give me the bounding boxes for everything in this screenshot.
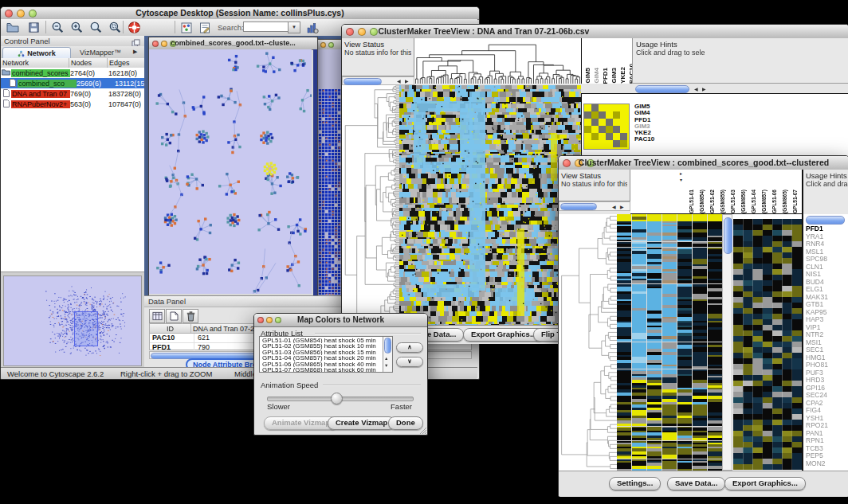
zoom-in-icon[interactable] [68,21,85,34]
new-attribute-icon[interactable] [166,309,182,323]
move-up-button[interactable]: ∧ [396,342,423,353]
matrix-cell[interactable] [606,104,613,111]
matrix-cell[interactable] [584,140,591,147]
matrix-cell[interactable] [606,119,613,126]
attribute-list-item[interactable]: GPL51-02 (GSM855) heat shock 10 min [260,343,392,349]
scroll-up-icon[interactable]: ▸ [680,170,682,177]
column-header-nodes[interactable]: Nodes [69,58,108,68]
network-list[interactable]: combined_scores2764(0)16218(0)combined_s… [1,68,144,272]
treeview1-zoom-scrollbar[interactable]: ◀ ▶ [632,84,736,93]
scrollbar-thumb[interactable] [560,203,597,210]
attribute-list-item[interactable]: GPL51-07 (GSM868) heat shock 60 min [260,367,392,373]
network-window-scrollbar[interactable] [313,49,317,295]
zoom-selected-icon[interactable] [106,21,124,34]
delete-attribute-icon[interactable] [183,309,198,323]
save-icon[interactable] [25,21,42,34]
matrix-cell[interactable] [599,140,606,147]
matrix-cell[interactable] [606,140,613,147]
matrix-cell[interactable] [599,104,606,111]
move-down-button[interactable]: ∨ [396,357,423,367]
maximize-icon[interactable] [328,42,334,48]
chart-settings-icon[interactable] [304,21,321,34]
matrix-cell[interactable] [591,111,599,119]
minimize-icon[interactable] [320,42,326,48]
search-dropdown-icon[interactable]: ▼ [288,21,300,33]
matrix-cell[interactable] [613,140,620,147]
matrix-cell[interactable] [613,119,620,126]
matrix-cell[interactable] [613,133,620,140]
scrollbar-thumb[interactable] [724,217,732,254]
network-overview-canvas[interactable] [3,275,142,366]
matrix-cell[interactable] [591,126,599,133]
tab-overflow-icon[interactable]: ▶ [133,49,137,55]
matrix-cell[interactable] [591,140,599,147]
scroll-right-icon[interactable]: ▶ [702,86,706,92]
scroll-left-icon[interactable]: ◀ [397,78,401,84]
matrix-cell[interactable] [599,119,606,126]
matrix-cell[interactable] [591,104,599,111]
network-view-canvas[interactable] [149,49,312,294]
export-graphics-button[interactable]: Export Graphics... [463,328,544,342]
matrix-cell[interactable] [606,126,613,133]
attribute-list-item[interactable]: GPL51-01 (GSM854) heat shock 05 min [260,338,392,343]
treeview1-zoom-matrix[interactable] [583,104,630,150]
help-lifering-icon[interactable] [125,21,143,34]
treeview2-heatmap-canvas[interactable] [617,214,722,471]
matrix-cell[interactable] [613,111,620,119]
matrix-cell[interactable] [584,119,591,126]
matrix-cell[interactable] [599,126,606,133]
matrix-cell[interactable] [620,133,627,140]
matrix-cell[interactable] [584,126,591,133]
matrix-cell[interactable] [613,104,620,111]
save-data-button[interactable]: Save Data... [667,477,725,490]
matrix-cell[interactable] [620,140,627,147]
matrix-cell[interactable] [584,104,591,111]
treeview2-status-scrollbar[interactable]: ◀ ▶ [559,201,630,211]
matrix-cell[interactable] [620,126,627,133]
speed-slider-thumb[interactable] [331,393,343,404]
treeview1-row-dendrogram[interactable] [342,85,399,325]
main-titlebar[interactable]: Cytoscape Desktop (Session Name: collins… [1,7,479,20]
done-button[interactable]: Done [388,416,423,430]
export-graphics-button[interactable]: Export Graphics... [724,477,806,490]
scroll-down-icon[interactable]: ▼ [384,363,388,368]
attribute-table-icon[interactable] [149,309,165,323]
tab-vizmapper[interactable]: VizMapper™ [71,47,130,57]
attribute-list-item[interactable]: GPL51-06 (GSM865) heat shock 40 min [260,361,392,367]
matrix-cell[interactable] [606,133,613,140]
treeview1-heatmap-canvas[interactable] [399,85,581,325]
scrollbar-thumb[interactable] [635,85,689,93]
attribute-list-item[interactable]: GPL51-03 (GSM856) heat shock 15 min [260,350,392,355]
search-input[interactable] [243,21,291,32]
scroll-up-icon[interactable]: ▲ [384,356,388,361]
attribute-list-scrollbar[interactable]: ▲ ▼ [383,337,392,372]
treeview2-vscrollbar[interactable] [722,214,732,471]
matrix-cell[interactable] [599,133,606,140]
scroll-left-icon[interactable]: ◀ [694,86,698,92]
treeview1-column-dendrogram[interactable] [414,38,581,84]
column-header-edges[interactable]: Edges [108,58,144,68]
zoom-fit-icon[interactable] [87,21,104,34]
matrix-cell[interactable] [584,111,591,119]
matrix-cell[interactable] [584,133,591,140]
matrix-cell[interactable] [606,111,613,119]
settings-button[interactable]: Settings... [609,477,661,490]
network-list-row[interactable]: combined_scores2764(0)16218(0) [1,68,144,78]
matrix-cell[interactable] [620,119,627,126]
matrix-cell[interactable] [599,111,606,119]
matrix-cell[interactable] [620,104,627,111]
treeview2-row-dendrogram[interactable] [559,214,617,471]
scroll-right-icon[interactable]: ▶ [620,204,624,210]
open-file-icon[interactable] [4,21,22,34]
network-list-row[interactable]: combined_sco2569(6)13112(15) [1,78,144,88]
matrix-cell[interactable] [591,119,599,126]
network-window-titlebar[interactable]: combined_scores_good.txt--cluste... [149,37,317,50]
network-list-row[interactable]: DNA and Tran 07769(0)183728(0) [1,88,144,99]
create-vizmap-button[interactable]: Create Vizmap [328,416,395,430]
scroll-down-icon[interactable]: ▾ [680,177,682,183]
tab-network[interactable]: Network [2,47,71,59]
attribute-list-item[interactable]: GPL51-04 (GSM857) heat shock 20 min [260,355,392,361]
column-header-id[interactable]: ID [150,324,191,333]
network-window[interactable]: combined_scores_good.txt--cluste... [148,37,318,295]
annotation-icon[interactable] [196,21,214,34]
